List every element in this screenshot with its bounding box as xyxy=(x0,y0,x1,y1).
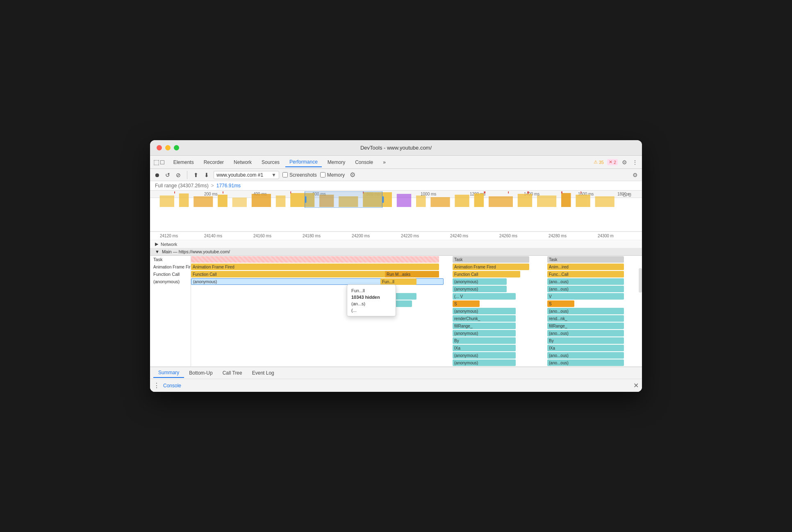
warning-badge: ⚠ 35 xyxy=(594,159,604,165)
toolbar-controls: ⏺ ↺ ⊘ ⬆ ⬇ www.youtube.com #1 ▼ Screensho… xyxy=(150,169,642,181)
render-block-2[interactable]: rend...nk_ xyxy=(547,315,624,322)
network-row: ▶ Network xyxy=(150,240,642,248)
maximize-button[interactable] xyxy=(174,145,179,150)
svg-rect-11 xyxy=(397,194,411,207)
tab-network[interactable]: Network xyxy=(230,158,256,167)
anon6-bars: (anonymous) (ano...ous) xyxy=(191,359,642,366)
reload-button[interactable]: ↺ xyxy=(164,171,171,179)
v-bars: (an...s) (... V V xyxy=(191,293,642,300)
more-button[interactable]: ⋮ xyxy=(631,158,639,166)
ruler-tick-24120: 24120 ms xyxy=(160,234,178,238)
download-button[interactable]: ⬇ xyxy=(203,171,210,179)
ruler-tick-24300: 24300 m xyxy=(598,234,614,238)
triangle-icon[interactable]: ▼ xyxy=(155,249,159,254)
tab-summary[interactable]: Summary xyxy=(153,368,184,378)
flame-row-anon: (anonymous) (anonymous) Fun...ll (anonym… xyxy=(150,278,642,285)
vertical-scrollbar[interactable] xyxy=(639,268,642,293)
task-block-1[interactable] xyxy=(191,256,439,263)
anon5-block-2[interactable]: (ano...ous) xyxy=(547,352,624,359)
url-value: www.youtube.com #1 xyxy=(216,172,263,178)
cursor-icon[interactable]: ⬚ xyxy=(153,158,159,166)
ixa-block-1[interactable]: IXa xyxy=(453,345,516,351)
tab-memory[interactable]: Memory xyxy=(323,158,349,167)
svg-rect-31 xyxy=(305,191,382,208)
anon3-block-2[interactable]: (ano...ous) xyxy=(547,308,624,314)
clear-button[interactable]: ⊘ xyxy=(175,171,182,179)
anon4-block-2[interactable]: (ano...ous) xyxy=(547,330,624,336)
tab-console[interactable]: Console xyxy=(351,158,377,167)
s-block-2[interactable]: S xyxy=(547,300,574,307)
function-block-2[interactable]: Function Call xyxy=(453,271,520,277)
svg-rect-3 xyxy=(218,195,228,207)
breadcrumb-arrow: > xyxy=(211,183,214,189)
tab-bottom-up[interactable]: Bottom-Up xyxy=(184,368,217,377)
anon2-block-2[interactable]: (ano...ous) xyxy=(547,286,624,292)
tab-more[interactable]: » xyxy=(379,158,390,167)
by-label xyxy=(150,337,191,344)
svg-rect-17 xyxy=(518,194,532,207)
tab-elements[interactable]: Elements xyxy=(169,158,198,167)
anon5-block-1[interactable]: (anonymous) xyxy=(453,352,516,359)
s-bars: (... S S xyxy=(191,300,642,307)
settings-button[interactable]: ⚙ xyxy=(621,158,628,166)
task-block-3[interactable]: Task xyxy=(547,256,624,263)
console-close-button[interactable]: ✕ xyxy=(633,382,639,389)
animation-block-3[interactable]: Anim...ired xyxy=(547,264,624,270)
minimize-button[interactable] xyxy=(165,145,171,150)
anon-block-3[interactable]: (ano...ous) xyxy=(547,278,624,285)
warning-count: 35 xyxy=(599,160,604,165)
anon4-block-1[interactable]: (anonymous) xyxy=(453,330,516,336)
render-block-1[interactable]: renderChunk_ xyxy=(453,315,516,322)
fun-ll-block[interactable]: Fun...ll xyxy=(380,278,416,285)
by-block-2[interactable]: By xyxy=(547,337,624,344)
tab-sources[interactable]: Sources xyxy=(257,158,284,167)
animation-block-1[interactable]: Animation Frame Fired xyxy=(191,264,439,270)
v-block-1[interactable]: (... V xyxy=(453,293,516,300)
network-triangle[interactable]: ▶ xyxy=(155,241,158,247)
settings-gear-icon[interactable]: ⚙ xyxy=(350,171,355,179)
by-block-1[interactable]: By xyxy=(453,337,516,344)
console-label[interactable]: Console xyxy=(163,383,181,389)
svg-rect-16 xyxy=(489,196,513,207)
anon2-block-1[interactable]: (anonymous) xyxy=(453,286,507,292)
screenshots-checkbox[interactable] xyxy=(282,172,288,177)
function-block-3[interactable]: Func...Call xyxy=(547,271,624,277)
task-label: Task xyxy=(150,256,191,263)
main-section: ▼ Main — https://www.youtube.com/ Task T… xyxy=(150,248,642,366)
anon6-block-1[interactable]: (anonymous) xyxy=(453,359,516,366)
tab-recorder[interactable]: Recorder xyxy=(200,158,228,167)
url-select[interactable]: www.youtube.com #1 ▼ xyxy=(214,171,279,179)
upload-button[interactable]: ⬆ xyxy=(192,171,200,179)
tab-event-log[interactable]: Event Log xyxy=(247,368,279,377)
anon-block-2[interactable]: (anonymous) xyxy=(453,278,507,285)
tab-performance[interactable]: Performance xyxy=(285,157,322,167)
perf-settings-button[interactable]: ⚙ xyxy=(632,171,639,179)
v-block-2[interactable]: V xyxy=(547,293,624,300)
memory-checkbox[interactable] xyxy=(320,172,325,177)
console-menu-icon[interactable]: ⋮ xyxy=(153,382,160,389)
tab-call-tree[interactable]: Call Tree xyxy=(218,368,247,377)
animation-bars: Animation Frame Fired Animation Frame Fi… xyxy=(191,263,642,271)
titlebar: DevTools - www.youtube.com/ xyxy=(150,140,642,156)
run-microtasks-block[interactable]: Run M...asks xyxy=(385,271,439,277)
console-bar: ⋮ Console ✕ xyxy=(150,379,642,392)
task-block-2[interactable]: Task xyxy=(453,256,529,263)
close-button[interactable] xyxy=(157,145,162,150)
anon6-block-2[interactable]: (ano...ous) xyxy=(547,359,624,366)
ixa-block-2[interactable]: IXa xyxy=(547,345,624,351)
ruler-tick-24160: 24160 ms xyxy=(253,234,271,238)
fillrange-block-1[interactable]: fillRange_ xyxy=(453,323,516,329)
devtools-window: DevTools - www.youtube.com/ ⬚ □ Elements… xyxy=(150,140,642,392)
svg-rect-26 xyxy=(484,191,485,193)
by-bars: By By xyxy=(191,337,642,344)
anon3-block-1[interactable]: (anonymous) xyxy=(453,308,516,314)
record-button[interactable]: ⏺ xyxy=(153,171,161,179)
fillrange-block-2[interactable]: fillRange_ xyxy=(547,323,624,329)
memory-checkbox-group: Memory xyxy=(320,172,345,178)
device-icon[interactable]: □ xyxy=(160,159,164,166)
s-block-1[interactable]: S xyxy=(453,300,480,307)
ixa-bars: IXa IXa xyxy=(191,344,642,352)
flame-chart-area[interactable]: Task Task Task Animation Frame Fired Ani… xyxy=(150,256,642,366)
animation-block-2[interactable]: Animation Frame Fired xyxy=(453,264,529,270)
flame-row-animation: Animation Frame Fired Animation Frame Fi… xyxy=(150,263,642,271)
